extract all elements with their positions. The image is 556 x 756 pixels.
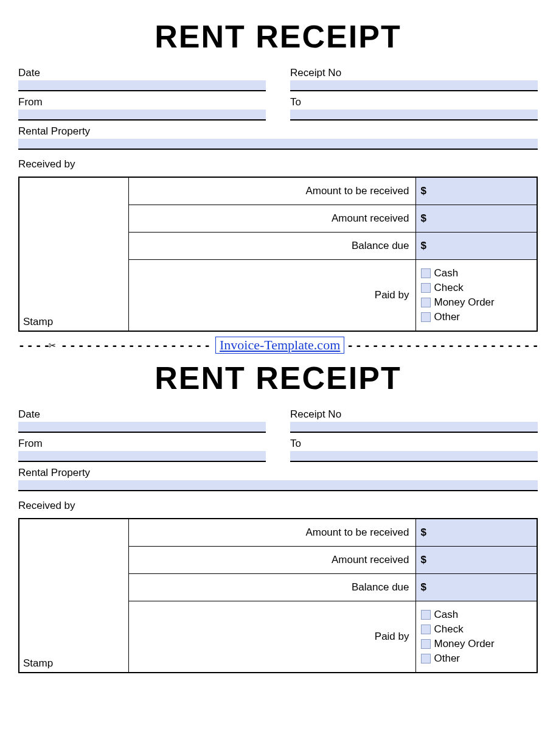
to-field: To (290, 96, 538, 121)
scissors-icon: ✂ (49, 338, 57, 352)
rental-property-field-2: Rental Property (18, 467, 538, 491)
balance-due-label: Balance due (128, 233, 415, 260)
checkbox-money-order[interactable] (421, 298, 431, 307)
template-link[interactable]: Invoice-Template.com (215, 337, 344, 354)
to-input[interactable] (290, 110, 538, 121)
amounts-table: Stamp Amount to be received $ Amount rec… (18, 177, 538, 332)
checkbox-check[interactable] (421, 283, 431, 293)
pay-option-other-label-2: Other (434, 653, 460, 665)
amount-to-be-received-value-2[interactable]: $ (415, 519, 537, 547)
pay-option-money-order: Money Order (421, 296, 532, 309)
stamp-cell: Stamp (19, 177, 128, 331)
receipt-no-field: Receipt No (290, 67, 538, 91)
dash-left: ------ (18, 339, 49, 352)
dash-right: ----------------------------- (347, 339, 538, 352)
balance-due-label-2: Balance due (128, 574, 415, 601)
receipt-no-input-2[interactable] (290, 422, 538, 433)
pay-option-check: Check (421, 282, 532, 294)
checkbox-cash-2[interactable] (421, 610, 431, 620)
dash-mid-left: --------------------- (61, 339, 213, 352)
checkbox-cash[interactable] (421, 268, 431, 278)
pay-option-check-2: Check (421, 623, 532, 635)
balance-due-value[interactable]: $ (415, 233, 537, 260)
receipt-title: RENT RECEIPT (18, 18, 538, 55)
stamp-label-2: Stamp (23, 657, 53, 670)
pay-option-check-label: Check (434, 282, 464, 294)
pay-option-other-label: Other (434, 311, 460, 323)
amount-received-label-2: Amount received (128, 547, 415, 574)
amount-received-value[interactable]: $ (415, 205, 537, 233)
pay-option-money-order-label-2: Money Order (434, 638, 495, 650)
rental-property-field: Rental Property (18, 125, 538, 150)
amount-received-value-2[interactable]: $ (415, 547, 537, 574)
to-input-2[interactable] (290, 451, 538, 462)
rental-property-label-2: Rental Property (18, 467, 538, 479)
from-label: From (18, 96, 266, 108)
paid-by-options-2: Cash Check Money Order Other (415, 601, 537, 673)
rental-property-input-2[interactable] (18, 480, 538, 491)
date-input-2[interactable] (18, 422, 266, 433)
pay-option-cash-label: Cash (434, 267, 459, 279)
from-input-2[interactable] (18, 451, 266, 462)
checkbox-other[interactable] (421, 312, 431, 322)
from-field-2: From (18, 438, 266, 462)
from-field: From (18, 96, 266, 121)
checkbox-check-2[interactable] (421, 625, 431, 634)
amount-to-be-received-value[interactable]: $ (415, 177, 537, 205)
rental-property-input[interactable] (18, 139, 538, 150)
pay-option-cash: Cash (421, 267, 532, 279)
amount-to-be-received-label: Amount to be received (128, 177, 415, 205)
to-label: To (290, 96, 538, 108)
to-label-2: To (290, 438, 538, 450)
date-label-2: Date (18, 408, 266, 421)
receipt-title-2: RENT RECEIPT (18, 360, 538, 396)
from-label-2: From (18, 438, 266, 450)
amounts-table-2: Stamp Amount to be received $ Amount rec… (18, 518, 538, 673)
rent-receipt-bottom: RENT RECEIPT Date Receipt No From To Ren… (18, 360, 538, 673)
receipt-no-label-2: Receipt No (290, 408, 538, 421)
cut-separator: ------ ✂ --------------------- Invoice-T… (18, 337, 538, 354)
paid-by-label-2: Paid by (128, 601, 415, 673)
checkbox-money-order-2[interactable] (421, 639, 431, 649)
date-field: Date (18, 67, 266, 91)
pay-option-check-label-2: Check (434, 623, 464, 635)
paid-by-options: Cash Check Money Order Other (415, 260, 537, 332)
date-field-2: Date (18, 408, 266, 433)
from-input[interactable] (18, 110, 266, 121)
stamp-cell-2: Stamp (19, 519, 128, 673)
pay-option-cash-2: Cash (421, 609, 532, 621)
date-input[interactable] (18, 80, 266, 91)
receipt-no-label: Receipt No (290, 67, 538, 79)
pay-option-other-2: Other (421, 653, 532, 665)
paid-by-label: Paid by (128, 260, 415, 332)
rent-receipt-top: RENT RECEIPT Date Receipt No From To Ren… (18, 18, 538, 332)
rental-property-label: Rental Property (18, 125, 538, 138)
to-field-2: To (290, 438, 538, 462)
pay-option-money-order-label: Money Order (434, 296, 495, 309)
balance-due-value-2[interactable]: $ (415, 574, 537, 601)
pay-option-money-order-2: Money Order (421, 638, 532, 650)
amount-received-label: Amount received (128, 205, 415, 233)
amount-to-be-received-label-2: Amount to be received (128, 519, 415, 547)
receipt-no-field-2: Receipt No (290, 408, 538, 433)
pay-option-other: Other (421, 311, 532, 323)
stamp-label: Stamp (23, 316, 53, 328)
date-label: Date (18, 67, 266, 79)
received-by-label-2: Received by (18, 500, 538, 512)
checkbox-other-2[interactable] (421, 654, 431, 663)
receipt-no-input[interactable] (290, 80, 538, 91)
pay-option-cash-label-2: Cash (434, 609, 459, 621)
received-by-label: Received by (18, 158, 538, 170)
